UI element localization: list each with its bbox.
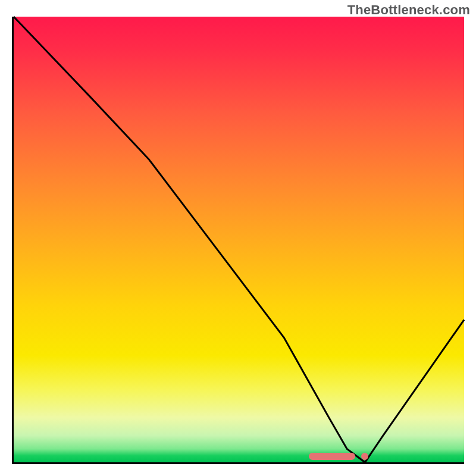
bottleneck-curve (14, 17, 464, 462)
chart-plot-area (12, 17, 464, 464)
optimal-range-marker (309, 453, 355, 460)
curve-path (14, 17, 464, 462)
attribution-text: TheBottleneck.com (347, 2, 470, 18)
optimal-range-marker-end-dot (361, 453, 368, 460)
